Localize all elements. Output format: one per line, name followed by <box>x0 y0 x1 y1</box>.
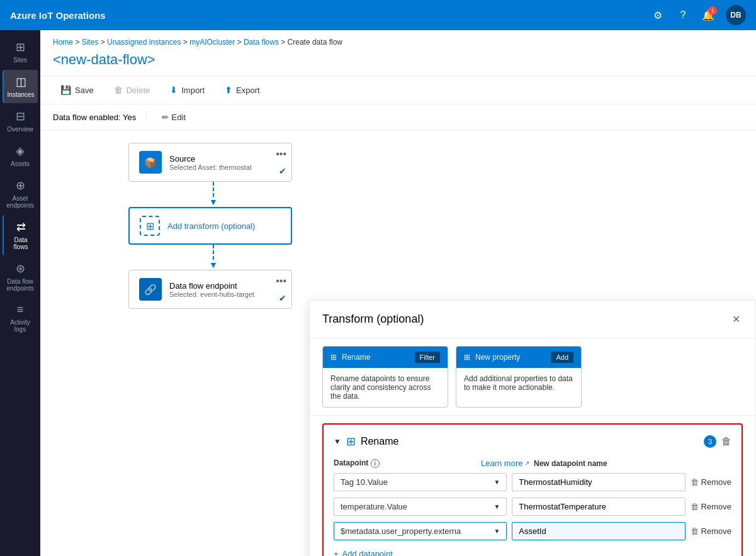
breadcrumb-home[interactable]: Home <box>53 38 73 47</box>
destination-menu-icon[interactable]: ••• <box>276 275 286 287</box>
modal-title: Transform (optional) <box>322 313 424 326</box>
dp-column-headers: Datapoint i Learn more ↗ New datapoint n… <box>334 459 731 468</box>
breadcrumb-sites[interactable]: Sites <box>82 38 99 47</box>
add-datapoint-button[interactable]: + Add datapoint <box>334 547 393 556</box>
dp-select-3[interactable]: $metadata.user_property.externa ▼ <box>334 522 507 540</box>
new-property-card-title: New property <box>475 353 520 362</box>
sidebar-item-label: Asset endpoints <box>5 195 35 209</box>
remove-button-3[interactable]: 🗑 Remove <box>691 526 731 536</box>
sidebar-item-data-flows[interactable]: ⇄ Data flows <box>3 215 38 255</box>
notification-badge: 1 <box>708 6 717 15</box>
data-flow-endpoints-icon: ⊛ <box>16 262 25 275</box>
destination-subtitle: Selected: event-hubs-target <box>169 291 281 298</box>
top-nav-icons: ⚙ ? 🔔 1 DB <box>650 5 746 25</box>
new-property-card-icon: ⊞ <box>464 353 470 362</box>
sidebar-item-label: Data flow endpoints <box>5 278 35 292</box>
dp-select-1[interactable]: Tag 10.Value ▼ <box>334 473 507 491</box>
notification-icon[interactable]: 🔔 1 <box>701 8 716 23</box>
source-check-icon: ✔ <box>279 166 286 176</box>
modal-close-button[interactable]: ✕ <box>730 311 743 328</box>
export-button[interactable]: ⬆ Export <box>217 81 268 99</box>
save-button[interactable]: 💾 Save <box>53 81 101 99</box>
remove-icon-3: 🗑 <box>691 526 699 536</box>
flow-connector-1: ▼ <box>209 182 218 207</box>
destination-title: Data flow endpoint <box>169 281 281 291</box>
sidebar-item-label: Instances <box>8 91 35 98</box>
connector-arrow-1: ▼ <box>209 197 218 207</box>
transform-label: Add transform (optional) <box>167 221 255 231</box>
rename-delete-icon[interactable]: 🗑 <box>721 436 731 447</box>
status-bar: Data flow enabled: Yes ✏ Edit <box>40 104 756 130</box>
import-label: Import <box>181 86 205 95</box>
datapoint-col-label: Datapoint i <box>334 459 478 468</box>
sidebar-item-overview[interactable]: ⊟ Overview <box>3 104 38 138</box>
remove-label-2: Remove <box>701 502 731 511</box>
remove-button-2[interactable]: 🗑 Remove <box>691 502 731 511</box>
help-icon[interactable]: ? <box>675 8 691 23</box>
breadcrumb-cluster[interactable]: myAIOcluster <box>189 38 235 47</box>
source-menu-icon[interactable]: ••• <box>276 148 286 160</box>
sidebar-item-assets[interactable]: ◈ Assets <box>3 139 38 172</box>
new-property-card-body: Add additional properties to data to mak… <box>456 368 581 398</box>
rename-section-title: Rename <box>361 436 699 447</box>
delete-button[interactable]: 🗑 Delete <box>106 81 158 99</box>
page-title: <new-data-flow> <box>40 49 756 75</box>
remove-label-3: Remove <box>701 526 731 536</box>
export-icon: ⬆ <box>225 85 232 95</box>
source-title: Source <box>169 154 281 164</box>
dp-select-2-chevron: ▼ <box>494 503 500 510</box>
sidebar: ⊞ Sites ◫ Instances ⊟ Overview ◈ Assets … <box>0 30 40 556</box>
main-layout: ⊞ Sites ◫ Instances ⊟ Overview ◈ Assets … <box>0 30 756 556</box>
app-title: Azure IoT Operations <box>10 10 650 21</box>
flow-canvas: 📦 Source Selected Asset: thermostat ••• … <box>40 130 756 556</box>
remove-button-1[interactable]: 🗑 Remove <box>691 477 731 487</box>
sidebar-item-label: Activity logs <box>5 319 35 333</box>
sidebar-item-label: Data flows <box>6 236 35 250</box>
sidebar-item-data-flow-endpoints[interactable]: ⊛ Data flow endpoints <box>3 257 38 297</box>
connector-arrow-2: ▼ <box>209 260 218 270</box>
remove-label-1: Remove <box>701 477 731 487</box>
sites-icon: ⊞ <box>16 40 25 54</box>
source-icon: 📦 <box>139 151 162 174</box>
avatar[interactable]: DB <box>726 5 746 25</box>
export-label: Export <box>236 86 260 95</box>
import-button[interactable]: ⬇ Import <box>162 81 212 99</box>
delete-icon: 🗑 <box>114 85 123 95</box>
rename-section-header: ▼ ⊞ Rename 3 🗑 <box>334 435 731 448</box>
sidebar-item-activity-logs[interactable]: ≡ Activity logs <box>3 298 38 338</box>
sidebar-item-asset-endpoints[interactable]: ⊕ Asset endpoints <box>3 174 38 214</box>
datapoint-row-1: Tag 10.Value ▼ 🗑 Remove <box>334 473 731 491</box>
breadcrumb-dataflows[interactable]: Data flows <box>244 38 279 47</box>
dp-select-1-chevron: ▼ <box>494 479 500 486</box>
datapoint-row-2: temperature.Value ▼ 🗑 Remove <box>334 498 731 516</box>
dp-input-3[interactable] <box>512 522 685 540</box>
edit-button[interactable]: ✏ Edit <box>157 111 191 123</box>
destination-icon: 🔗 <box>139 278 162 301</box>
toolbar: 💾 Save 🗑 Delete ⬇ Import ⬆ Export <box>40 75 756 104</box>
modal-scroll[interactable]: ⊞ Rename Filter Rename datapoints to ens… <box>310 338 755 556</box>
learn-more-link[interactable]: Learn more ↗ <box>481 459 529 468</box>
source-node[interactable]: 📦 Source Selected Asset: thermostat ••• … <box>128 143 292 182</box>
transform-node[interactable]: ⊞ Add transform (optional) <box>128 207 292 245</box>
add-dp-plus-icon: + <box>334 549 339 556</box>
new-property-card-add-button[interactable]: Add <box>551 352 573 363</box>
sidebar-item-instances[interactable]: ◫ Instances <box>3 70 38 103</box>
breadcrumb-unassigned[interactable]: Unassigned instances <box>107 38 181 47</box>
dp-input-1[interactable] <box>512 473 685 491</box>
sidebar-item-label: Overview <box>7 126 33 133</box>
destination-check-icon: ✔ <box>279 293 286 303</box>
datapoint-row-3: $metadata.user_property.externa ▼ 🗑 Remo… <box>334 522 731 540</box>
datapoint-info-icon[interactable]: i <box>371 459 380 468</box>
rename-chevron-icon[interactable]: ▼ <box>334 437 341 446</box>
destination-node[interactable]: 🔗 Data flow endpoint Selected: event-hub… <box>128 270 292 309</box>
datapoint-label-text: Datapoint <box>334 459 368 467</box>
rename-card-filter-button[interactable]: Filter <box>415 352 440 363</box>
dp-select-2[interactable]: temperature.Value ▼ <box>334 498 507 516</box>
sidebar-item-sites[interactable]: ⊞ Sites <box>3 35 38 69</box>
import-icon: ⬇ <box>170 85 178 95</box>
rename-section-icon: ⊞ <box>346 435 356 448</box>
remove-icon-1: 🗑 <box>691 477 699 487</box>
dp-input-2[interactable] <box>512 498 685 516</box>
settings-icon[interactable]: ⚙ <box>650 8 665 23</box>
transform-card-new-property: ⊞ New property Add Add additional proper… <box>456 346 582 408</box>
